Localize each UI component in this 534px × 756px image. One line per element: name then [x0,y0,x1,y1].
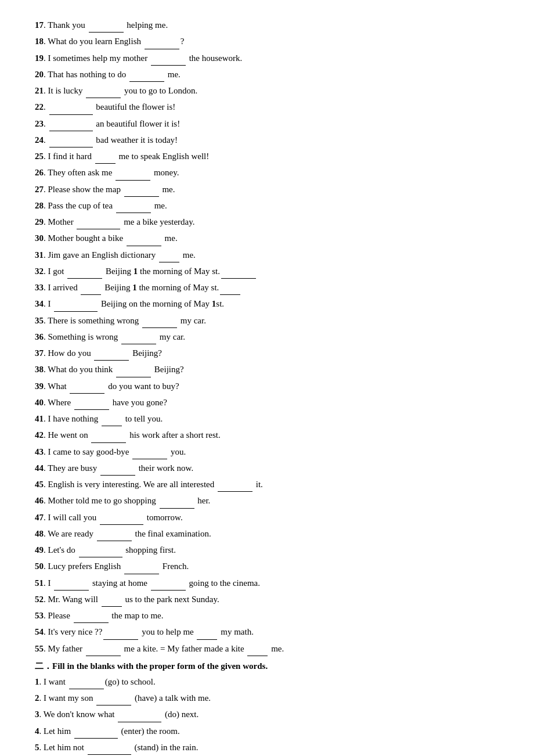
list-item: 46. Mother told me to go shopping her. [35,493,499,508]
list-item: 30. Mother bought a bike me. [35,231,499,246]
list-item: 21. It is lucky you to go to London. [35,83,499,98]
blank [100,524,143,525]
item-number: 32 [35,267,44,276]
blank [145,49,179,49]
item-number: 40 [35,398,44,407]
item-number: 1 [35,677,39,686]
blank [77,229,120,229]
list-item: 26. They often ask me money. [35,165,499,180]
list-item: 5. Let him not (stand) in the rain. [35,740,499,755]
blank [116,213,151,213]
list-item: 29. Mother me a bike yesterday. [35,214,499,229]
list-item: 43. I came to say good-bye you. [35,444,499,459]
item-number: 43 [35,447,44,456]
list-item: 27. Please show the map me. [35,182,499,197]
blank [221,278,256,279]
blank [129,81,164,82]
section1-list: 17. Thank you helping me.18. What do you… [35,17,499,656]
item-number: 26 [35,168,44,177]
blank [100,475,135,476]
blank [54,590,89,591]
item-number: 23 [35,119,44,128]
blank [116,180,150,181]
blank [160,508,194,509]
blank [81,294,101,295]
list-item: 38. What do you think Beijing? [35,362,499,377]
list-item: 37. How do you Beijing? [35,345,499,361]
item-number: 27 [35,185,44,194]
blank [54,311,98,312]
list-item: 33. I arrived Beijing 1 the morning of M… [35,280,499,295]
list-item: 17. Thank you helping me. [35,17,499,33]
item-number: 52 [35,595,44,604]
blank [86,98,121,98]
list-item: 34. I Beijing on the morning of May 1st. [35,296,499,311]
list-item: 52. Mr. Wang will us to the park next Su… [35,592,499,607]
blank [102,606,122,607]
blank [151,590,186,591]
list-item: 32. I got Beijing 1 the morning of May s… [35,264,499,279]
blank [49,131,93,131]
item-number: 29 [35,217,44,226]
item-number: 3 [35,710,39,719]
blank [132,459,167,459]
item-number: 41 [35,414,44,423]
item-number: 53 [35,611,44,620]
blank [74,622,109,623]
list-item: 55. My father me a kite. = My father mad… [35,641,499,656]
list-item: 41. I have nothing to tell you. [35,411,499,426]
blank [247,656,268,656]
list-item: 51. I staying at home going to the cinem… [35,575,499,591]
item-number: 44 [35,463,44,473]
blank [74,738,118,739]
list-item: 31. Jim gave an English dictionary me. [35,247,499,262]
list-item: 19. I sometimes help my mother the house… [35,51,499,66]
item-number: 37 [35,348,44,358]
list-item: 40. Where have you gone? [35,395,499,410]
blank [95,163,116,164]
list-item: 4. Let him (enter) the room. [35,723,499,739]
list-item: 18. What do you learn English ? [35,34,499,49]
blank [96,705,131,705]
blank [124,196,159,197]
item-number: 51 [35,578,44,588]
item-number: 33 [35,283,44,292]
item-number: 34 [35,299,44,308]
item-number: 42 [35,430,44,440]
item-number: 18 [35,37,44,46]
list-item: 28. Pass the cup of tea me. [35,198,499,213]
blank [102,426,122,426]
item-number: 4 [35,726,39,736]
list-item: 49. Let's do shopping first. [35,542,499,557]
list-item: 20. That has nothing to do me. [35,67,499,82]
item-number: 47 [35,513,44,522]
blank [74,409,109,410]
list-item: 42. He went on his work after a short re… [35,427,499,442]
blank [116,377,151,377]
list-item: 44. They are busy their work now. [35,460,499,476]
item-number: 5 [35,743,39,752]
item-number: 38 [35,365,44,374]
list-item: 22. beautiful the flower is! [35,99,499,114]
blank [127,246,161,246]
blank [121,344,156,344]
list-item: 39. What do you want to buy? [35,379,499,394]
blank [89,32,124,33]
item-number: 30 [35,233,44,243]
blank [159,262,179,262]
blank [220,294,240,295]
list-item: 45. English is very interesting. We are … [35,477,499,492]
item-number: 22 [35,102,44,111]
item-number: 50 [35,561,44,571]
section2-list: 1. I want (go) to school.2. I want my so… [35,674,499,756]
item-number: 25 [35,152,44,161]
item-number: 17 [35,20,44,30]
item-number: 55 [35,644,44,653]
blank [67,278,102,279]
list-item: 1. I want (go) to school. [35,674,499,689]
item-number: 19 [35,53,44,63]
list-item: 36. Something is wrong my car. [35,329,499,344]
list-item: 2. I want my son (have) a talk with me. [35,690,499,705]
list-item: 48. We are ready the final examination. [35,526,499,541]
list-item: 23. an beautiful flower it is! [35,116,499,131]
